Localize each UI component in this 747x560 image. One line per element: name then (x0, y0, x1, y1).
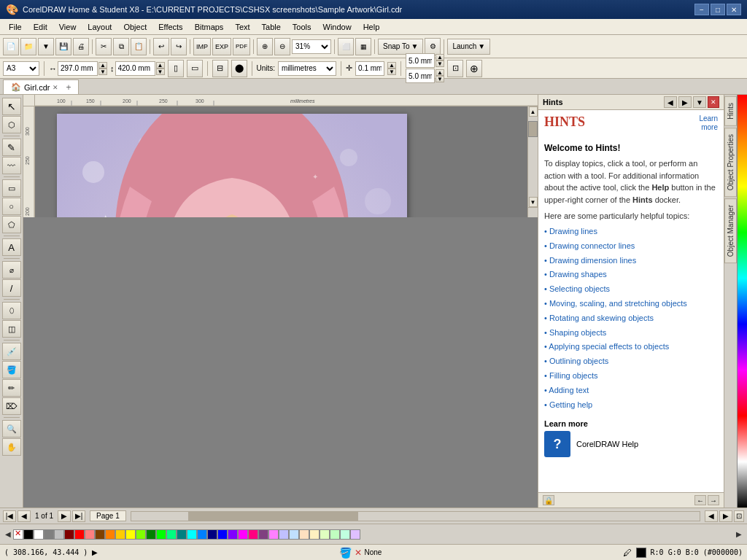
publish-pdf-button[interactable]: PDF (233, 38, 250, 55)
bleed-btn[interactable]: ⬤ (231, 60, 247, 77)
color-brown[interactable] (95, 529, 105, 540)
document-tab[interactable]: 🏠 Girl.cdr ✕ + (3, 79, 79, 94)
outline-tool-button[interactable]: ✏ (2, 379, 21, 397)
color-light-green[interactable] (330, 529, 340, 540)
menu-file[interactable]: File (3, 21, 28, 33)
tab-add-icon[interactable]: + (66, 82, 71, 93)
page-options-btn[interactable]: ⊟ (212, 60, 228, 77)
palette-right-arrow[interactable]: ▶ (734, 529, 744, 540)
import-button[interactable]: IMP (193, 38, 211, 55)
snap-to-button[interactable]: Snap To ▼ (378, 39, 423, 55)
transparency-button[interactable]: ◫ (2, 320, 21, 338)
scroll-down-button[interactable]: ▼ (529, 197, 538, 207)
paste-button[interactable]: 📋 (131, 38, 147, 55)
color-navy[interactable] (207, 529, 217, 540)
color-peach[interactable] (299, 529, 309, 540)
portrait-button[interactable]: ▯ (168, 60, 184, 77)
smartdraw-button[interactable]: 〰 (2, 157, 21, 174)
color-light-lime[interactable] (320, 529, 330, 540)
offset2-input[interactable] (406, 69, 435, 83)
select-tool-button[interactable]: ↖ (2, 98, 21, 115)
horizontal-scroll-thumb[interactable] (188, 512, 359, 521)
height-input[interactable] (115, 61, 155, 76)
offset1-down[interactable]: ▼ (436, 61, 444, 67)
hints-link-dimension-lines[interactable]: • Drawing dimension lines (544, 254, 718, 268)
units-select[interactable]: millimetres inches pixels (278, 61, 336, 76)
color-mint[interactable] (166, 529, 177, 540)
scroll-up-button[interactable]: ▲ (529, 106, 538, 117)
view-btn2[interactable]: ▦ (355, 38, 371, 55)
menu-effects[interactable]: Effects (152, 21, 188, 33)
color-lightblue2[interactable] (289, 529, 299, 540)
menu-window[interactable]: Window (317, 21, 357, 33)
offset1-input[interactable] (406, 53, 435, 68)
cut-button[interactable]: ✂ (96, 38, 112, 55)
hints-link-outlining[interactable]: • Outlining objects (544, 354, 718, 369)
color-purple[interactable] (258, 529, 268, 540)
ellipse-tool-button[interactable]: ○ (2, 198, 21, 215)
page-next-button[interactable]: ▶ (58, 510, 71, 522)
color-violet[interactable] (228, 529, 238, 540)
pan-tool-button[interactable]: ✋ (2, 438, 21, 456)
nudge-input[interactable] (355, 61, 384, 76)
landscape-button[interactable]: ▭ (187, 60, 203, 77)
object-manager-tab[interactable]: Object Manager (724, 198, 737, 263)
eraser-button[interactable]: ⌦ (2, 397, 21, 415)
menu-bitmaps[interactable]: Bitmaps (189, 21, 230, 33)
open-button[interactable]: 📁 (20, 38, 36, 55)
zoom-out-button[interactable]: ⊖ (274, 38, 290, 55)
height-up-button[interactable]: ▲ (156, 62, 165, 69)
menu-table[interactable]: Table (256, 21, 287, 33)
palette-left-arrow[interactable]: ◀ (3, 529, 13, 540)
color-periwinkle[interactable] (279, 529, 289, 540)
color-gray[interactable] (44, 529, 54, 540)
color-cream[interactable] (309, 529, 320, 540)
redo-button[interactable]: ↪ (171, 38, 187, 55)
page-tab[interactable]: Page 1 (90, 510, 126, 521)
new-button[interactable]: 📄 (3, 38, 19, 55)
close-button[interactable]: ✕ (727, 4, 741, 15)
fit-page-button[interactable]: ⊡ (447, 60, 463, 77)
tab-close-icon[interactable]: ✕ (53, 84, 58, 91)
hints-forward-button[interactable]: → (708, 495, 719, 505)
dimension-tool-button[interactable]: ⌀ (2, 261, 21, 279)
scroll-corner-btn[interactable]: ⊡ (734, 510, 744, 522)
color-gold[interactable] (115, 529, 125, 540)
hints-link-drawing-lines[interactable]: • Drawing lines (544, 225, 718, 239)
add-page-button[interactable]: ⊕ (466, 60, 482, 77)
hints-link-adding-text[interactable]: • Adding text (544, 384, 718, 398)
color-yellow-green[interactable] (136, 529, 146, 540)
hints-learn-more-top[interactable]: Learn more (699, 114, 718, 132)
color-green[interactable] (156, 529, 166, 540)
vertical-scrollbar[interactable]: ▲ ▼ (527, 106, 538, 207)
offset2-down[interactable]: ▼ (436, 76, 444, 82)
hints-link-selecting-objects[interactable]: • Selecting objects (544, 282, 718, 297)
zoom-in-button[interactable]: ⊕ (257, 38, 273, 55)
color-lightred[interactable] (85, 529, 95, 540)
options-button[interactable]: ⚙ (425, 38, 441, 55)
rectangle-tool-button[interactable]: ▭ (2, 179, 21, 197)
menu-text[interactable]: Text (229, 21, 255, 33)
page-prev-button[interactable]: ◀ (18, 510, 31, 522)
copy-button[interactable]: ⧉ (113, 38, 129, 55)
color-cyan[interactable] (187, 529, 197, 540)
color-yellow[interactable] (125, 529, 136, 540)
menu-view[interactable]: View (53, 21, 82, 33)
object-properties-tab[interactable]: Object Properties (724, 128, 737, 197)
open-dropdown[interactable]: ▼ (38, 38, 54, 55)
width-up-button[interactable]: ▲ (98, 62, 107, 69)
freehand-tool-button[interactable]: ✎ (2, 139, 21, 156)
launch-button[interactable]: Launch ▼ (447, 39, 490, 55)
export-button[interactable]: EXP (212, 38, 231, 55)
color-darkred[interactable] (64, 529, 74, 540)
nudge-up[interactable]: ▲ (387, 62, 396, 69)
hints-link-shaping[interactable]: • Shaping objects (544, 326, 718, 341)
fill-tool-button[interactable]: 🪣 (2, 361, 21, 378)
hints-link-connector-lines[interactable]: • Drawing connector lines (544, 239, 718, 254)
text-tool-button[interactable]: A (2, 238, 21, 256)
hints-tab[interactable]: Hints (724, 96, 737, 126)
hints-link-filling[interactable]: • Filling objects (544, 369, 718, 384)
hints-menu-button[interactable]: ▼ (693, 96, 706, 108)
scroll-left-button[interactable]: ◀ (705, 510, 718, 522)
menu-edit[interactable]: Edit (28, 21, 53, 33)
